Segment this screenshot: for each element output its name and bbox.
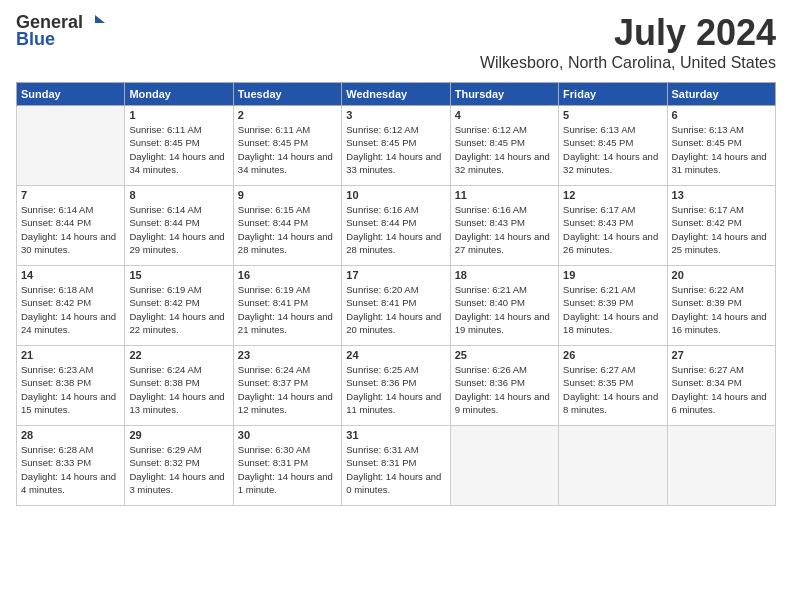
day-number: 8 — [129, 189, 228, 201]
day-number: 15 — [129, 269, 228, 281]
day-number: 24 — [346, 349, 445, 361]
day-number: 28 — [21, 429, 120, 441]
day-number: 12 — [563, 189, 662, 201]
table-row: 28 Sunrise: 6:28 AM Sunset: 8:33 PM Dayl… — [17, 426, 125, 506]
table-row: 12 Sunrise: 6:17 AM Sunset: 8:43 PM Dayl… — [559, 186, 667, 266]
table-row: 9 Sunrise: 6:15 AM Sunset: 8:44 PM Dayli… — [233, 186, 341, 266]
day-sunrise: Sunrise: 6:21 AM — [563, 284, 635, 295]
day-sunrise: Sunrise: 6:14 AM — [21, 204, 93, 215]
day-daylight: Daylight: 14 hours and 21 minutes. — [238, 311, 333, 335]
day-daylight: Daylight: 14 hours and 27 minutes. — [455, 231, 550, 255]
day-sunrise: Sunrise: 6:24 AM — [238, 364, 310, 375]
day-sunset: Sunset: 8:40 PM — [455, 297, 525, 308]
header-saturday: Saturday — [667, 83, 775, 106]
day-number: 2 — [238, 109, 337, 121]
calendar-header-row: Sunday Monday Tuesday Wednesday Thursday… — [17, 83, 776, 106]
day-sunset: Sunset: 8:38 PM — [129, 377, 199, 388]
day-number: 22 — [129, 349, 228, 361]
day-sunrise: Sunrise: 6:25 AM — [346, 364, 418, 375]
table-row — [17, 106, 125, 186]
day-daylight: Daylight: 14 hours and 0 minutes. — [346, 471, 441, 495]
calendar-table: Sunday Monday Tuesday Wednesday Thursday… — [16, 82, 776, 506]
day-sunrise: Sunrise: 6:14 AM — [129, 204, 201, 215]
table-row: 5 Sunrise: 6:13 AM Sunset: 8:45 PM Dayli… — [559, 106, 667, 186]
day-number: 20 — [672, 269, 771, 281]
day-sunset: Sunset: 8:44 PM — [21, 217, 91, 228]
day-sunset: Sunset: 8:36 PM — [346, 377, 416, 388]
table-row: 2 Sunrise: 6:11 AM Sunset: 8:45 PM Dayli… — [233, 106, 341, 186]
day-daylight: Daylight: 14 hours and 34 minutes. — [238, 151, 333, 175]
day-daylight: Daylight: 14 hours and 32 minutes. — [455, 151, 550, 175]
day-sunrise: Sunrise: 6:16 AM — [346, 204, 418, 215]
day-daylight: Daylight: 14 hours and 20 minutes. — [346, 311, 441, 335]
day-daylight: Daylight: 14 hours and 28 minutes. — [238, 231, 333, 255]
table-row: 20 Sunrise: 6:22 AM Sunset: 8:39 PM Dayl… — [667, 266, 775, 346]
day-daylight: Daylight: 14 hours and 15 minutes. — [21, 391, 116, 415]
day-sunset: Sunset: 8:34 PM — [672, 377, 742, 388]
day-sunrise: Sunrise: 6:21 AM — [455, 284, 527, 295]
day-number: 10 — [346, 189, 445, 201]
day-sunset: Sunset: 8:39 PM — [563, 297, 633, 308]
day-sunrise: Sunrise: 6:15 AM — [238, 204, 310, 215]
day-daylight: Daylight: 14 hours and 11 minutes. — [346, 391, 441, 415]
day-daylight: Daylight: 14 hours and 25 minutes. — [672, 231, 767, 255]
title-area: July 2024 Wilkesboro, North Carolina, Un… — [480, 12, 776, 72]
day-sunset: Sunset: 8:35 PM — [563, 377, 633, 388]
table-row: 7 Sunrise: 6:14 AM Sunset: 8:44 PM Dayli… — [17, 186, 125, 266]
day-daylight: Daylight: 14 hours and 8 minutes. — [563, 391, 658, 415]
day-sunset: Sunset: 8:31 PM — [346, 457, 416, 468]
svg-marker-0 — [95, 15, 105, 23]
day-number: 4 — [455, 109, 554, 121]
calendar-week-row: 14 Sunrise: 6:18 AM Sunset: 8:42 PM Dayl… — [17, 266, 776, 346]
day-sunset: Sunset: 8:45 PM — [129, 137, 199, 148]
day-daylight: Daylight: 14 hours and 31 minutes. — [672, 151, 767, 175]
day-sunrise: Sunrise: 6:11 AM — [238, 124, 310, 135]
day-daylight: Daylight: 14 hours and 1 minute. — [238, 471, 333, 495]
day-sunrise: Sunrise: 6:27 AM — [563, 364, 635, 375]
table-row: 30 Sunrise: 6:30 AM Sunset: 8:31 PM Dayl… — [233, 426, 341, 506]
day-sunset: Sunset: 8:31 PM — [238, 457, 308, 468]
main-title: July 2024 — [480, 12, 776, 54]
day-number: 26 — [563, 349, 662, 361]
day-number: 27 — [672, 349, 771, 361]
table-row: 1 Sunrise: 6:11 AM Sunset: 8:45 PM Dayli… — [125, 106, 233, 186]
day-sunrise: Sunrise: 6:20 AM — [346, 284, 418, 295]
table-row: 19 Sunrise: 6:21 AM Sunset: 8:39 PM Dayl… — [559, 266, 667, 346]
day-number: 1 — [129, 109, 228, 121]
day-sunrise: Sunrise: 6:13 AM — [672, 124, 744, 135]
day-daylight: Daylight: 14 hours and 22 minutes. — [129, 311, 224, 335]
day-sunrise: Sunrise: 6:13 AM — [563, 124, 635, 135]
day-sunset: Sunset: 8:42 PM — [129, 297, 199, 308]
day-daylight: Daylight: 14 hours and 18 minutes. — [563, 311, 658, 335]
header-tuesday: Tuesday — [233, 83, 341, 106]
day-daylight: Daylight: 14 hours and 9 minutes. — [455, 391, 550, 415]
table-row: 31 Sunrise: 6:31 AM Sunset: 8:31 PM Dayl… — [342, 426, 450, 506]
day-sunrise: Sunrise: 6:29 AM — [129, 444, 201, 455]
day-daylight: Daylight: 14 hours and 19 minutes. — [455, 311, 550, 335]
day-number: 30 — [238, 429, 337, 441]
day-number: 6 — [672, 109, 771, 121]
table-row — [667, 426, 775, 506]
header-sunday: Sunday — [17, 83, 125, 106]
day-daylight: Daylight: 14 hours and 13 minutes. — [129, 391, 224, 415]
day-number: 14 — [21, 269, 120, 281]
day-sunrise: Sunrise: 6:30 AM — [238, 444, 310, 455]
day-sunrise: Sunrise: 6:19 AM — [129, 284, 201, 295]
table-row: 25 Sunrise: 6:26 AM Sunset: 8:36 PM Dayl… — [450, 346, 558, 426]
day-daylight: Daylight: 14 hours and 24 minutes. — [21, 311, 116, 335]
header: General Blue July 2024 Wilkesboro, North… — [16, 12, 776, 72]
day-sunset: Sunset: 8:36 PM — [455, 377, 525, 388]
table-row: 13 Sunrise: 6:17 AM Sunset: 8:42 PM Dayl… — [667, 186, 775, 266]
day-sunset: Sunset: 8:41 PM — [238, 297, 308, 308]
table-row: 22 Sunrise: 6:24 AM Sunset: 8:38 PM Dayl… — [125, 346, 233, 426]
day-sunset: Sunset: 8:43 PM — [563, 217, 633, 228]
day-sunset: Sunset: 8:45 PM — [672, 137, 742, 148]
table-row: 29 Sunrise: 6:29 AM Sunset: 8:32 PM Dayl… — [125, 426, 233, 506]
day-sunrise: Sunrise: 6:19 AM — [238, 284, 310, 295]
day-number: 18 — [455, 269, 554, 281]
table-row: 8 Sunrise: 6:14 AM Sunset: 8:44 PM Dayli… — [125, 186, 233, 266]
day-sunset: Sunset: 8:43 PM — [455, 217, 525, 228]
day-daylight: Daylight: 14 hours and 26 minutes. — [563, 231, 658, 255]
table-row: 26 Sunrise: 6:27 AM Sunset: 8:35 PM Dayl… — [559, 346, 667, 426]
day-daylight: Daylight: 14 hours and 29 minutes. — [129, 231, 224, 255]
